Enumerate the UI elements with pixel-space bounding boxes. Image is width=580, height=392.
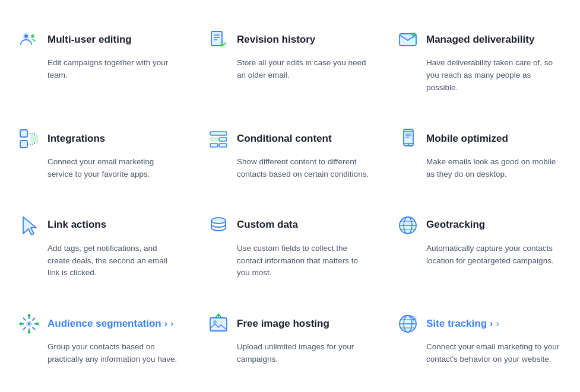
svg-rect-11 [20, 141, 27, 148]
svg-rect-19 [219, 138, 227, 141]
svg-point-30 [211, 218, 226, 224]
feature-title-link-actions: Link actions [47, 219, 106, 231]
feature-cell-integrations: IntegrationsConnect your email marketing… [6, 111, 195, 197]
svg-point-49 [36, 323, 39, 326]
feature-cell-multi-user-editing: Multi-user editingEdit campaigns togethe… [6, 12, 195, 111]
feature-cell-audience-segmentation: Audience segmentation ›Group your contac… [6, 296, 195, 383]
feature-desc-integrations: Connect your email marketing service to … [18, 156, 181, 181]
feature-title-free-image-hosting: Free image hosting [237, 318, 329, 330]
svg-rect-20 [210, 144, 218, 147]
feature-desc-site-tracking: Connect your email marketing to your con… [397, 341, 560, 366]
svg-rect-21 [219, 144, 227, 147]
svg-rect-12 [31, 135, 38, 142]
feature-desc-multi-user-editing: Edit campaigns together with your team. [18, 57, 181, 82]
svg-point-46 [28, 314, 31, 317]
feature-title-audience-segmentation[interactable]: Audience segmentation › [47, 318, 174, 330]
feature-header-multi-user-editing: Multi-user editing [18, 28, 181, 51]
feature-header-managed-deliverability: Managed deliverability [397, 28, 560, 51]
svg-line-43 [33, 327, 36, 330]
feature-title-geotracking: Geotracking [426, 219, 485, 231]
feature-cell-revision-history: Revision historyStore all your edits in … [195, 12, 385, 111]
svg-point-48 [20, 323, 23, 326]
svg-line-45 [23, 327, 26, 330]
feature-desc-managed-deliverability: Have deliverability taken care of, so yo… [397, 57, 560, 94]
feature-desc-mobile-optimized: Make emails look as good on mobile as th… [397, 156, 560, 181]
feature-desc-link-actions: Add tags, get notifications, and create … [18, 243, 181, 280]
feature-title-multi-user-editing: Multi-user editing [47, 34, 132, 46]
features-grid: Multi-user editingEdit campaigns togethe… [6, 12, 574, 392]
feature-desc-free-image-hosting: Upload unlimited images for your campaig… [207, 341, 370, 366]
feature-title-site-tracking[interactable]: Site tracking › [426, 318, 499, 330]
feature-title-conditional-content: Conditional content [237, 133, 332, 145]
svg-point-47 [28, 331, 31, 334]
feature-desc-conditional-content: Show different content to different cont… [207, 156, 370, 181]
feature-desc-audience-segmentation: Group your contacts based on practically… [18, 341, 181, 366]
svg-line-42 [23, 318, 26, 321]
feature-title-managed-deliverability: Managed deliverability [426, 34, 534, 46]
feature-header-custom-data: Custom data [207, 214, 370, 237]
feature-desc-revision-history: Store all your edits in case you need an… [207, 57, 370, 82]
feature-desc-geotracking: Automatically capture your contacts loca… [397, 243, 560, 267]
mobile-icon [397, 128, 419, 150]
audience-icon [18, 313, 40, 335]
svg-point-1 [24, 34, 28, 38]
feature-cell-social-sharing: Social sharingTrack your campaigns' vira… [195, 383, 385, 392]
feature-header-geotracking: Geotracking [397, 214, 560, 237]
conditional-icon [207, 128, 230, 150]
feature-cell-conditional-content: Conditional contentShow different conten… [195, 111, 385, 197]
sitetracking-icon [397, 313, 419, 335]
feature-header-mobile-optimized: Mobile optimized [397, 128, 560, 150]
integrations-icon [18, 128, 40, 150]
deliverability-icon [397, 28, 419, 51]
feature-cell-analytics: AnalyticsTrack what contacts do after th… [385, 383, 574, 392]
feature-header-link-actions: Link actions [18, 214, 181, 237]
feature-header-revision-history: Revision history [207, 28, 370, 51]
svg-line-44 [33, 318, 36, 321]
imagehosting-icon [207, 313, 230, 335]
feature-header-conditional-content: Conditional content [207, 128, 370, 150]
feature-cell-managed-deliverability: Managed deliverabilityHave deliverabilit… [385, 12, 574, 111]
feature-cell-link-actions: Link actionsAdd tags, get notifications,… [6, 197, 195, 297]
svg-rect-18 [210, 138, 218, 141]
svg-point-37 [28, 323, 30, 325]
feature-cell-site-tracking: Site tracking ›Connect your email market… [385, 296, 574, 383]
multiuser-icon [18, 28, 40, 51]
feature-cell-geotracking: GeotrackingAutomatically capture your co… [385, 197, 574, 297]
linkactions-icon [18, 214, 40, 237]
feature-cell-mobile-optimized: Mobile optimizedMake emails look as good… [385, 111, 574, 197]
svg-rect-50 [210, 318, 227, 331]
svg-rect-10 [20, 130, 27, 137]
feature-cell-personalization: PersonalizationPersonalize each email ba… [6, 383, 195, 392]
feature-title-mobile-optimized: Mobile optimized [426, 133, 508, 145]
customdata-icon [207, 214, 230, 237]
svg-marker-29 [23, 217, 36, 235]
svg-rect-17 [210, 132, 227, 135]
svg-point-25 [408, 144, 410, 146]
feature-header-integrations: Integrations [18, 128, 181, 150]
revision-icon [207, 28, 230, 51]
geo-icon [397, 214, 419, 237]
feature-title-integrations: Integrations [47, 133, 105, 145]
feature-cell-free-image-hosting: Free image hostingUpload unlimited image… [195, 296, 385, 383]
feature-header-audience-segmentation: Audience segmentation › [18, 313, 181, 335]
svg-point-2 [31, 34, 34, 38]
feature-cell-custom-data: Custom dataUse custom fields to collect … [195, 197, 385, 297]
feature-header-free-image-hosting: Free image hosting [207, 313, 370, 335]
feature-desc-custom-data: Use custom fields to collect the contact… [207, 243, 370, 280]
feature-header-site-tracking: Site tracking › [397, 313, 560, 335]
feature-title-custom-data: Custom data [237, 219, 298, 231]
feature-title-revision-history: Revision history [237, 34, 315, 46]
